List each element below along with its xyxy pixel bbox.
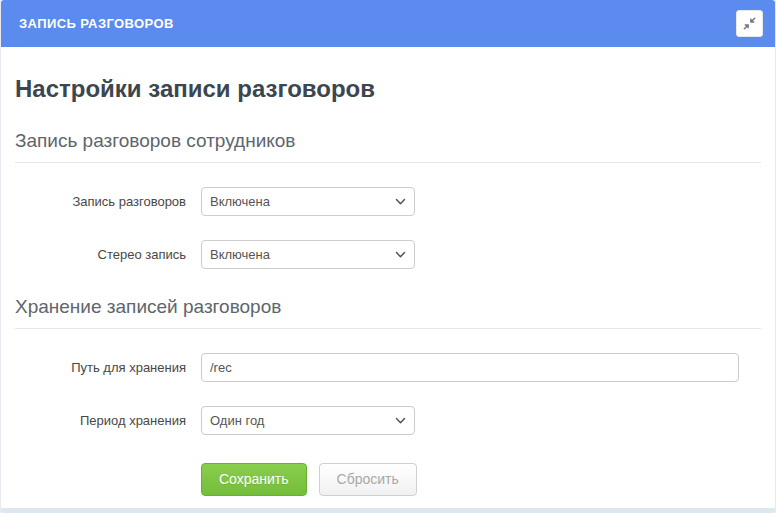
save-button[interactable]: Сохранить xyxy=(201,463,307,496)
call-recording-select[interactable]: Включена xyxy=(201,187,415,216)
storage-period-label: Период хранения xyxy=(15,413,201,428)
call-recording-label: Запись разговоров xyxy=(15,194,201,209)
storage-path-label: Путь для хранения xyxy=(15,360,201,375)
stereo-recording-select[interactable]: Включена xyxy=(201,240,415,269)
section-title-employee-recording: Запись разговоров сотрудников xyxy=(15,130,761,163)
form-row-call-recording: Запись разговоров Включена xyxy=(15,187,761,216)
form-row-stereo-recording: Стерео запись Включена xyxy=(15,240,761,269)
panel-title: ЗАПИСЬ РАЗГОВОРОВ xyxy=(19,16,174,31)
page-title: Настройки записи разговоров xyxy=(15,75,761,103)
form-actions: Сохранить Сбросить xyxy=(15,463,761,496)
call-recording-panel: ЗАПИСЬ РАЗГОВОРОВ Настройки записи разго… xyxy=(0,0,776,513)
compress-arrows-icon xyxy=(742,16,757,31)
collapse-panel-button[interactable] xyxy=(736,10,763,37)
reset-button[interactable]: Сбросить xyxy=(319,463,417,496)
settings-content: Настройки записи разговоров Запись разго… xyxy=(1,47,775,508)
storage-path-input[interactable] xyxy=(201,353,739,382)
panel-header: ЗАПИСЬ РАЗГОВОРОВ xyxy=(1,0,775,47)
panel-bottom-edge xyxy=(1,508,775,513)
section-title-recording-storage: Хранение записей разговоров xyxy=(15,296,761,329)
storage-period-select[interactable]: Один год xyxy=(201,406,415,435)
form-row-storage-period: Период хранения Один год xyxy=(15,406,761,435)
stereo-recording-label: Стерео запись xyxy=(15,247,201,262)
form-row-storage-path: Путь для хранения xyxy=(15,353,761,382)
